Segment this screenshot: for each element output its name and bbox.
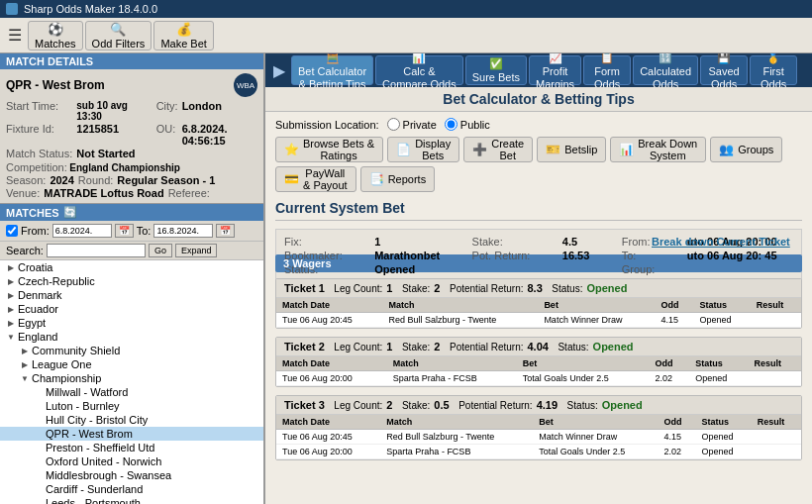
table-row: Tue 06 Aug 20:45Red Bull Salzburg - Twen… [276,430,801,445]
bet-calculator-nav-btn[interactable]: 🧮 Bet Calculator & Betting Tips [291,55,373,85]
tree-item[interactable]: QPR - West Brom [0,427,263,441]
filter-icon: 🔍 [110,22,126,37]
betslip-button[interactable]: 🎫 Betslip [537,137,606,162]
ou-value: 6.8.2024. 04:56:15 [182,123,257,147]
break-down-icon: 📊 [619,143,634,156]
break-down-link[interactable]: Break down Current Ticket [652,236,790,248]
match-status-label: Match Status: [6,148,72,159]
profit-icon: 📈 [549,53,562,64]
table-column-header: Match [380,415,533,430]
tree-item[interactable]: ▶Community Shield [0,344,263,357]
hamburger-button[interactable]: ☰ [4,26,26,45]
venue-value: MATRADE Loftus Road [44,187,163,199]
to-calendar-button[interactable]: 📅 [216,224,235,238]
app-title: Sharp Odds Maker 18.4.0.0 [24,3,157,15]
tree-item[interactable]: Oxford United - Norwich [0,454,263,468]
from-calendar-button[interactable]: 📅 [115,224,134,238]
ticket-table: Match DateMatchBetOddStatusResultTue 06 … [276,356,801,386]
season-row: Season: 2024 Round: Regular Season - 1 [6,174,257,186]
tree-arrow-icon: ▶ [18,360,32,369]
tree-label: Czech-Republic [18,275,263,287]
private-radio[interactable] [387,118,400,131]
table-cell: Match Winner Draw [533,430,658,445]
refresh-icon[interactable]: 🔄 [63,206,77,219]
private-option[interactable]: Private [387,118,437,131]
search-input[interactable] [47,244,146,257]
table-cell [751,313,801,328]
groups-button[interactable]: 👥 Groups [710,137,782,162]
season-value: 2024 [50,174,73,186]
matches-tree: ▶Croatia▶Czech-Republic▶Denmark▶Ecuador▶… [0,260,263,504]
groups-icon: 👥 [719,143,734,156]
matches-checkbox[interactable] [6,225,18,237]
table-column-header: Odd [650,356,690,371]
ticket-id: Ticket 2 [284,341,325,353]
make-bet-button[interactable]: 💰 Make Bet [153,21,213,50]
tree-item[interactable]: Luton - Burnley [0,399,263,413]
search-row: Search: Go Expand [0,242,263,260]
ou-label: OU: [156,123,178,147]
matches-button[interactable]: ⚽ Matches [28,21,83,50]
table-column-header: Bet [538,298,655,313]
table-cell: Total Goals Under 2.5 [533,445,658,459]
match-details-header: MATCH DETAILS [0,53,263,69]
tree-item[interactable]: ▼Championship [0,371,263,385]
competition-row: Competition: England Championship [6,161,257,173]
tree-item[interactable]: ▶Ecuador [0,302,263,316]
from-date-input[interactable] [52,224,112,238]
title-bar: Sharp Odds Maker 18.4.0.0 [0,0,812,18]
break-down-button[interactable]: 📊 Break DownSystem [610,137,706,162]
tree-item[interactable]: ▶Czech-Republic [0,274,263,288]
tree-item[interactable]: ▶Denmark [0,288,263,302]
calculated-odds-nav-btn[interactable]: 🔢 Calculated Odds [633,55,698,85]
tree-item[interactable]: ▶Croatia [0,260,263,274]
expand-button[interactable]: Expand [175,244,218,257]
tree-label: Cardiff - Sunderland [46,483,263,495]
fix-value: 1 [374,236,456,248]
form-odds-nav-btn[interactable]: 📋 Form Odds [583,55,631,85]
reports-button[interactable]: 📑 Reports [360,166,436,192]
saved-odds-nav-btn[interactable]: 💾 Saved Odds [700,55,748,85]
fix-label: Fix: [284,236,358,248]
matches-icon: ⚽ [48,22,63,37]
tree-item[interactable]: Leeds - Portsmouth [0,496,263,504]
nav-left-arrow[interactable]: ▶ [269,61,289,80]
tree-item[interactable]: Millwall - Watford [0,385,263,399]
profit-margins-nav-btn[interactable]: 📈 Profit Margins [529,55,581,85]
browse-bets-button[interactable]: ⭐ Browse Bets &Ratings [275,137,383,162]
tree-item[interactable]: ▶Egypt [0,316,263,330]
table-row: Tue 06 Aug 20:45Red Bull Salzburg - Twen… [276,313,801,328]
table-cell: Tue 06 Aug 20:45 [276,430,380,445]
tree-item[interactable]: Middlesbrough - Swansea [0,468,263,482]
display-bets-button[interactable]: 📄 DisplayBets [387,137,459,162]
start-time-value: sub 10 avg 13:30 [76,100,152,122]
tree-item[interactable]: Cardiff - Sunderland [0,482,263,496]
table-column-header: Odd [656,298,694,313]
sure-bets-nav-btn[interactable]: ✅ Sure Bets [465,55,527,85]
tree-item[interactable]: Preston - Sheffield Utd [0,441,263,454]
tree-label: Egypt [18,317,263,329]
table-cell: Tue 06 Aug 20:00 [276,445,380,459]
content-area: Submission Location: Private Public ⭐ Br… [265,112,812,504]
tree-label: Millwall - Watford [46,386,263,398]
to-date-input[interactable] [153,224,213,238]
calc-compare-nav-btn[interactable]: 📊 Calc & Compare Odds [375,55,463,85]
ticket-table: Match DateMatchBetOddStatusResultTue 06 … [276,415,801,459]
public-radio[interactable] [445,118,457,131]
pot-return-value: 16.53 [562,250,606,261]
create-bet-button[interactable]: ➕ CreateBet [463,137,533,162]
ticket: Ticket 1 Leg Count: 1 Stake: 2 Potential… [275,278,802,329]
paywall-icon: 💳 [284,172,299,186]
competition-value: England Championship [69,162,180,173]
table-cell: Tue 06 Aug 20:45 [276,313,382,328]
go-button[interactable]: Go [149,244,172,257]
tree-item[interactable]: Hull City - Bristol City [0,413,263,427]
first-odds-nav-btn[interactable]: 🥇 First Odds [750,55,797,85]
public-option[interactable]: Public [445,118,490,131]
tree-arrow-icon: ▶ [4,305,18,314]
paywall-button[interactable]: 💳 PayWall& Payout [275,166,356,192]
group-label: Group: [622,263,671,275]
odd-filters-button[interactable]: 🔍 Odd Filters [85,21,152,50]
tree-item[interactable]: ▶League One [0,357,263,371]
tree-item[interactable]: ▼England [0,330,263,344]
